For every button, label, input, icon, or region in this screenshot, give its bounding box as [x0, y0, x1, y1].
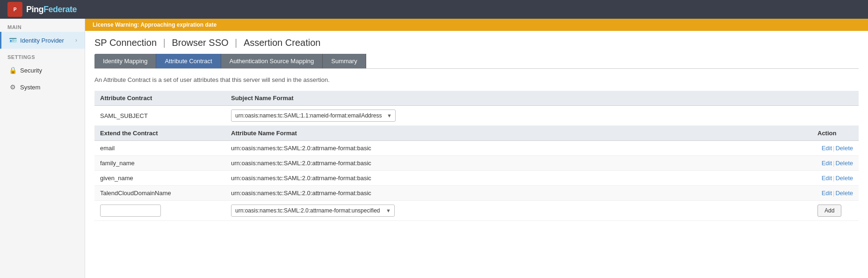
breadcrumb-assertion-creation: Assertion Creation — [244, 37, 321, 48]
breadcrumb-sp-connection: SP Connection — [94, 37, 157, 48]
new-attribute-format-select[interactable]: urn:oasis:names:tc:SAML:2.0:attrname-for… — [231, 205, 395, 217]
new-attribute-name-input[interactable] — [100, 205, 161, 217]
action-links: Edit|Delete — [822, 145, 853, 152]
edit-link-2[interactable]: Edit — [822, 175, 832, 182]
breadcrumb-sep2: | — [235, 37, 240, 48]
add-attribute-row: urn:oasis:names:tc:SAML:2.0:attrname-for… — [94, 201, 859, 221]
brand-name: PingFederate — [26, 5, 77, 15]
content-body: An Attribute Contract is a set of user a… — [85, 69, 868, 228]
add-attribute-button[interactable]: Add — [817, 205, 841, 217]
tab-authentication-source-mapping[interactable]: Authentication Source Mapping — [221, 54, 323, 68]
table-row: given_name urn:oasis:names:tc:SAML:2.0:a… — [94, 171, 859, 186]
delete-link-2[interactable]: Delete — [835, 175, 853, 182]
sidebar: MAIN 🪪 Identity Provider › SETTINGS 🔒 Se… — [0, 19, 85, 278]
attribute-contract-table: Attribute Contract Subject Name Format S… — [94, 91, 859, 221]
sidebar-item-identity-provider[interactable]: 🪪 Identity Provider › — [0, 32, 85, 49]
delete-link-1[interactable]: Delete — [835, 160, 853, 167]
sidebar-item-label: Security — [20, 67, 42, 74]
row-attribute-name: family_name — [94, 156, 225, 171]
row-attribute-name: TalendCloudDomainName — [94, 186, 225, 201]
tab-summary[interactable]: Summary — [323, 54, 366, 68]
tab-bar: Identity Mapping Attribute Contract Auth… — [94, 54, 859, 69]
row-actions: Edit|Delete — [812, 156, 859, 171]
logo: P PingFederate — [7, 2, 77, 17]
delete-link-0[interactable]: Delete — [835, 145, 853, 152]
row-attribute-format: urn:oasis:names:tc:SAML:2.0:attrname-for… — [225, 156, 812, 171]
saml-subject-row: SAML_SUBJECT urn:oasis:names:tc:SAML:1.1… — [94, 106, 859, 126]
sidebar-item-security[interactable]: 🔒 Security — [0, 62, 85, 79]
edit-link-0[interactable]: Edit — [822, 145, 832, 152]
identity-provider-icon: 🪪 — [9, 37, 16, 44]
license-warning: License Warning: Approaching expiration … — [85, 19, 868, 31]
sep: | — [833, 145, 834, 152]
row-attribute-format: urn:oasis:names:tc:SAML:2.0:attrname-for… — [225, 141, 812, 156]
new-format-select-wrapper: urn:oasis:names:tc:SAML:2.0:attrname-for… — [231, 205, 395, 217]
system-icon: ⚙ — [9, 83, 16, 91]
description-text: An Attribute Contract is a set of user a… — [94, 76, 859, 83]
delete-link-3[interactable]: Delete — [835, 190, 853, 197]
sidebar-item-label: Identity Provider — [20, 37, 64, 44]
svg-text:P: P — [14, 7, 17, 12]
page-title: SP Connection | Browser SSO | Assertion … — [94, 37, 859, 48]
table-row: TalendCloudDomainName urn:oasis:names:tc… — [94, 186, 859, 201]
sep: | — [833, 160, 834, 167]
extend-contract-header-row: Extend the Contract Attribute Name Forma… — [94, 126, 859, 141]
subject-name-format-col-header: Subject Name Format — [225, 91, 812, 106]
saml-subject-format-cell: urn:oasis:names:tc:SAML:1.1:nameid-forma… — [225, 106, 859, 126]
row-actions: Edit|Delete — [812, 141, 859, 156]
row-attribute-name: given_name — [94, 171, 225, 186]
main-content: License Warning: Approaching expiration … — [85, 19, 868, 278]
breadcrumb-browser-sso: Browser SSO — [172, 37, 228, 48]
brand-ping: Ping — [26, 5, 43, 14]
extend-contract-col-header: Extend the Contract — [94, 126, 225, 141]
saml-subject-label: SAML_SUBJECT — [94, 106, 225, 126]
add-button-cell: Add — [812, 201, 859, 221]
sidebar-item-system[interactable]: ⚙ System — [0, 79, 85, 95]
page-header: SP Connection | Browser SSO | Assertion … — [85, 31, 868, 69]
tab-attribute-contract[interactable]: Attribute Contract — [156, 54, 221, 68]
action-links: Edit|Delete — [822, 175, 853, 182]
edit-link-1[interactable]: Edit — [822, 160, 832, 167]
attribute-name-format-col-header: Attribute Name Format — [225, 126, 812, 141]
row-attribute-format: urn:oasis:names:tc:SAML:2.0:attrname-for… — [225, 171, 812, 186]
table-row: family_name urn:oasis:names:tc:SAML:2.0:… — [94, 156, 859, 171]
topbar: P PingFederate — [0, 0, 868, 19]
edit-link-3[interactable]: Edit — [822, 190, 832, 197]
new-attribute-input-cell — [94, 201, 225, 221]
row-attribute-name: email — [94, 141, 225, 156]
subject-format-select[interactable]: urn:oasis:names:tc:SAML:1.1:nameid-forma… — [231, 110, 396, 122]
row-actions: Edit|Delete — [812, 171, 859, 186]
table-row: email urn:oasis:names:tc:SAML:2.0:attrna… — [94, 141, 859, 156]
action-links: Edit|Delete — [822, 160, 853, 167]
attribute-contract-col-header: Attribute Contract — [94, 91, 225, 106]
new-attribute-format-cell: urn:oasis:names:tc:SAML:2.0:attrname-for… — [225, 201, 812, 221]
row-attribute-format: urn:oasis:names:tc:SAML:2.0:attrname-for… — [225, 186, 812, 201]
chevron-right-icon: › — [75, 37, 77, 44]
action-col-header: Action — [812, 126, 859, 141]
sep: | — [833, 190, 834, 197]
tab-identity-mapping[interactable]: Identity Mapping — [94, 54, 156, 68]
ping-icon: P — [7, 2, 22, 17]
brand-federate: Federate — [43, 5, 77, 14]
sep: | — [833, 175, 834, 182]
settings-section-label: SETTINGS — [0, 49, 85, 62]
subject-format-select-wrapper: urn:oasis:names:tc:SAML:1.1:nameid-forma… — [231, 110, 396, 122]
security-icon: 🔒 — [9, 66, 16, 74]
breadcrumb-sep1: | — [163, 37, 168, 48]
row-actions: Edit|Delete — [812, 186, 859, 201]
action-links: Edit|Delete — [822, 190, 853, 197]
main-section-label: MAIN — [0, 19, 85, 32]
sidebar-item-label: System — [20, 84, 40, 91]
